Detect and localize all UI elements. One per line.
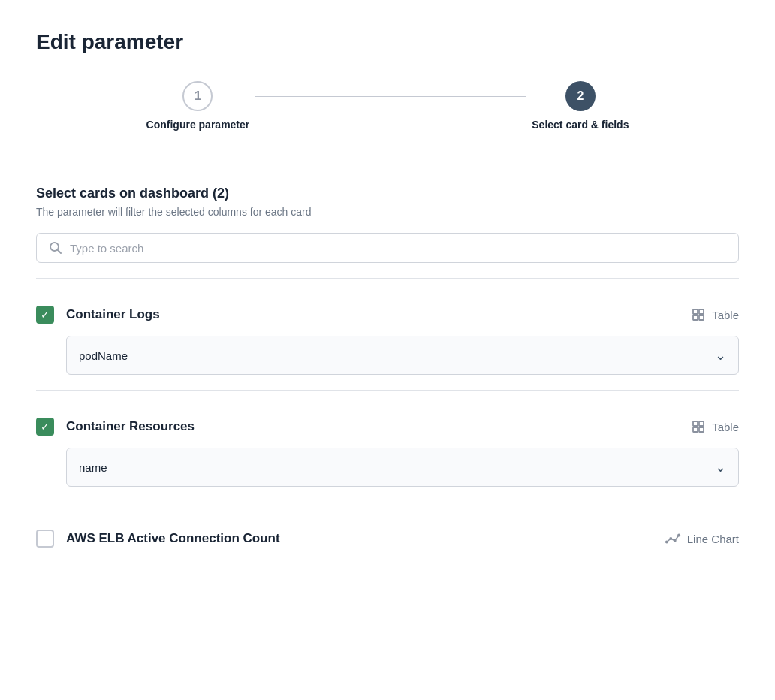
step-2-label: Select card & fields bbox=[532, 119, 629, 131]
svg-rect-4 bbox=[693, 315, 698, 320]
dropdown-container-logs: podName ⌄ bbox=[66, 336, 739, 375]
divider-3 bbox=[36, 502, 739, 502]
card-item-aws-elb: AWS ELB Active Connection Count Line Cha… bbox=[36, 517, 739, 560]
dropdown-container-resources: name ⌄ bbox=[66, 448, 739, 487]
card-type-label-container-logs: Table bbox=[712, 309, 739, 321]
dropdown-container-logs-select[interactable]: podName ⌄ bbox=[66, 336, 739, 375]
card-left-container-logs: ✓ Container Logs bbox=[36, 306, 160, 324]
section-title: Select cards on dashboard (2) bbox=[36, 186, 739, 201]
page-container: Edit parameter 1 Configure parameter 2 S… bbox=[0, 0, 775, 700]
grid-icon-container-logs bbox=[691, 307, 706, 322]
card-right-aws-elb: Line Chart bbox=[665, 532, 739, 545]
step-connector bbox=[255, 96, 526, 97]
checkbox-aws-elb[interactable] bbox=[36, 530, 54, 548]
search-container bbox=[36, 233, 739, 263]
step-2-wrapper: 2 Select card & fields bbox=[532, 81, 629, 131]
svg-rect-7 bbox=[699, 421, 704, 426]
step-1-circle: 1 bbox=[182, 81, 213, 111]
step-1-label: Configure parameter bbox=[146, 119, 250, 131]
chevron-down-icon-container-logs: ⌄ bbox=[715, 347, 726, 364]
dropdown-value-container-resources: name bbox=[79, 461, 107, 474]
card-name-container-resources: Container Resources bbox=[66, 419, 195, 434]
svg-rect-6 bbox=[693, 421, 698, 426]
step-1-wrapper: 1 Configure parameter bbox=[146, 81, 250, 131]
step-2-circle: 2 bbox=[565, 81, 596, 111]
divider-4 bbox=[36, 575, 739, 575]
card-header-container-logs: ✓ Container Logs Table bbox=[36, 294, 739, 336]
card-header-container-resources: ✓ Container Resources Table bbox=[36, 406, 739, 448]
divider-1 bbox=[36, 278, 739, 279]
search-icon bbox=[49, 241, 62, 255]
stepper: 1 Configure parameter 2 Select card & fi… bbox=[36, 81, 739, 158]
svg-line-1 bbox=[58, 250, 62, 254]
divider-2 bbox=[36, 390, 739, 391]
card-type-label-aws-elb: Line Chart bbox=[687, 533, 739, 545]
svg-rect-9 bbox=[699, 427, 704, 432]
checkbox-container-logs[interactable]: ✓ bbox=[36, 306, 54, 324]
card-header-aws-elb: AWS ELB Active Connection Count Line Cha… bbox=[36, 517, 739, 560]
svg-rect-2 bbox=[693, 309, 698, 314]
checkmark-container-resources: ✓ bbox=[41, 421, 50, 432]
card-left-container-resources: ✓ Container Resources bbox=[36, 418, 195, 436]
checkmark-container-logs: ✓ bbox=[41, 309, 50, 320]
svg-rect-3 bbox=[699, 309, 704, 314]
main-content: Select cards on dashboard (2) The parame… bbox=[36, 158, 739, 575]
card-left-aws-elb: AWS ELB Active Connection Count bbox=[36, 530, 280, 548]
page-title: Edit parameter bbox=[36, 30, 739, 54]
card-right-container-logs: Table bbox=[691, 307, 739, 322]
line-chart-icon-aws-elb bbox=[665, 532, 681, 545]
card-right-container-resources: Table bbox=[691, 419, 739, 434]
card-type-label-container-resources: Table bbox=[712, 421, 739, 433]
svg-rect-8 bbox=[693, 427, 698, 432]
search-input[interactable] bbox=[70, 242, 726, 255]
dropdown-container-resources-select[interactable]: name ⌄ bbox=[66, 448, 739, 487]
card-item-container-logs: ✓ Container Logs Table bbox=[36, 294, 739, 375]
checkbox-container-resources[interactable]: ✓ bbox=[36, 418, 54, 436]
section-subtitle: The parameter will filter the selected c… bbox=[36, 206, 739, 218]
card-name-container-logs: Container Logs bbox=[66, 307, 160, 322]
grid-icon-container-resources bbox=[691, 419, 706, 434]
svg-rect-5 bbox=[699, 315, 704, 320]
card-item-container-resources: ✓ Container Resources Table bbox=[36, 406, 739, 487]
dropdown-value-container-logs: podName bbox=[79, 349, 128, 362]
step-2-number: 2 bbox=[577, 89, 584, 103]
chevron-down-icon-container-resources: ⌄ bbox=[715, 459, 726, 475]
step-1-number: 1 bbox=[195, 89, 201, 103]
card-name-aws-elb: AWS ELB Active Connection Count bbox=[66, 531, 280, 546]
